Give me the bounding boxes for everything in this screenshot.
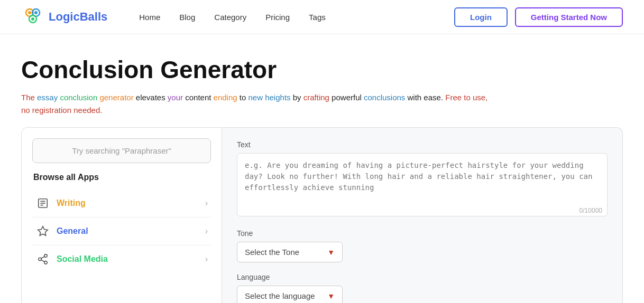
svg-point-3 (28, 11, 31, 14)
app-label-writing: Writing (57, 198, 205, 208)
app-item-general[interactable]: General › (32, 217, 211, 245)
search-box[interactable]: Try searching "Paraphraser" (32, 138, 211, 163)
svg-point-4 (34, 11, 38, 14)
social-icon (35, 252, 50, 267)
app-list: Writing › General › (32, 190, 211, 273)
nav-category[interactable]: Category (214, 13, 246, 22)
language-section: Language Select the language ▼ (237, 273, 608, 303)
tone-dropdown-arrow: ▼ (327, 248, 335, 257)
language-label: Language (237, 273, 608, 281)
nav-tags[interactable]: Tags (309, 13, 326, 22)
tone-select[interactable]: Select the Tone ▼ (237, 242, 343, 262)
text-input[interactable] (237, 153, 608, 216)
main-nav: Home Blog Category Pricing Tags (139, 13, 444, 22)
language-dropdown-arrow: ▼ (327, 292, 335, 300)
right-panel: Text 0/10000 Tone Select the Tone ▼ Lang… (222, 127, 623, 303)
nav-pricing[interactable]: Pricing (265, 13, 290, 22)
svg-point-12 (44, 261, 48, 264)
hero-description: The essay conclusion generator elevates … (21, 91, 497, 117)
language-select-value: Select the language (245, 291, 315, 300)
chevron-writing: › (205, 198, 208, 208)
chevron-social: › (205, 254, 208, 264)
get-started-button[interactable]: Getting Started Now (515, 7, 623, 27)
language-select[interactable]: Select the language ▼ (237, 286, 343, 303)
left-panel: Try searching "Paraphraser" Browse all A… (21, 127, 222, 303)
hero-section: Conclusion Generator The essay conclusio… (0, 34, 644, 127)
tone-section: Tone Select the Tone ▼ (237, 229, 608, 262)
app-label-social: Social Media (57, 254, 205, 264)
svg-line-14 (41, 257, 44, 259)
tone-select-value: Select the Tone (245, 248, 299, 257)
svg-point-10 (44, 254, 48, 258)
browse-title: Browse all Apps (32, 173, 211, 182)
page-title: Conclusion Generator (21, 55, 623, 84)
app-item-writing[interactable]: Writing › (32, 190, 211, 217)
text-field-label: Text (237, 140, 608, 149)
header: LogicBalls Home Blog Category Pricing Ta… (0, 0, 644, 34)
logo-icon (21, 5, 44, 29)
nav-home[interactable]: Home (139, 13, 160, 22)
logo[interactable]: LogicBalls (21, 5, 107, 29)
app-item-social[interactable]: Social Media › (32, 245, 211, 273)
app-label-general: General (57, 226, 205, 236)
nav-blog[interactable]: Blog (179, 13, 195, 22)
login-button[interactable]: Login (454, 7, 508, 27)
svg-line-13 (41, 260, 44, 262)
general-icon (35, 224, 50, 239)
tone-label: Tone (237, 229, 608, 238)
svg-point-11 (39, 258, 42, 261)
writing-icon (35, 196, 50, 211)
main-content: Try searching "Paraphraser" Browse all A… (0, 127, 644, 303)
chevron-general: › (205, 226, 208, 236)
logo-text: LogicBalls (49, 10, 107, 24)
svg-point-5 (31, 17, 34, 21)
text-input-wrapper: 0/10000 (237, 153, 608, 219)
header-actions: Login Getting Started Now (454, 7, 623, 27)
char-count: 0/10000 (579, 207, 602, 214)
